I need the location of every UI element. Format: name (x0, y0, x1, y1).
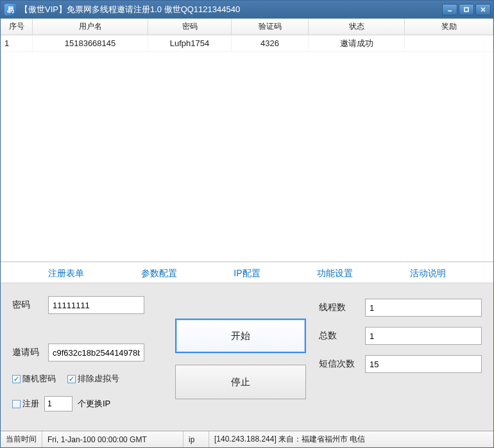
close-button[interactable] (475, 4, 491, 15)
tab-register-form[interactable]: 注册表单 (43, 265, 89, 282)
sms-label: 短信次数 (319, 358, 357, 370)
change-ip-suffix: 个更换IP (78, 398, 110, 410)
maximize-button[interactable] (459, 4, 474, 15)
minimize-button[interactable] (442, 4, 457, 15)
total-input[interactable] (365, 327, 482, 345)
col-pass[interactable]: 密码 (148, 19, 232, 35)
status-ip-label: ip (183, 431, 209, 447)
col-state[interactable]: 状态 (309, 19, 405, 35)
cell-reward (405, 35, 493, 51)
register-checkbox[interactable]: 注册 (12, 398, 39, 410)
start-button[interactable]: 开始 (175, 319, 306, 353)
threads-label: 线程数 (319, 302, 357, 313)
status-ip-value: [140.243.188.244] 来自：福建省福州市 电信 (209, 431, 493, 447)
col-seq[interactable]: 序号 (1, 19, 33, 35)
col-reward[interactable]: 奖励 (405, 19, 493, 35)
status-time-label: 当前时间 (1, 431, 42, 447)
settings-panel: 密码 邀请码 随机密码 排除虚拟号 (1, 283, 493, 431)
cell-user: 15183668145 (33, 35, 148, 51)
stop-button[interactable]: 停止 (175, 365, 306, 399)
checkbox-icon (12, 375, 21, 383)
threads-input[interactable] (365, 299, 482, 317)
svg-rect-1 (464, 8, 468, 12)
col-code[interactable]: 验证码 (232, 19, 309, 35)
app-window: 易 【傲世VIP】免票网多线程邀请注册1.0 傲世QQ1121344540 序号… (0, 0, 494, 448)
status-bar: 当前时间 Fri, 1-Jan-100 00:00:00 GMT ip [140… (1, 431, 493, 447)
checkbox-icon (67, 375, 76, 383)
mid-column: 开始 停止 (175, 296, 306, 422)
total-label: 总数 (319, 330, 357, 342)
random-password-checkbox[interactable]: 随机密码 (12, 373, 56, 385)
status-time-value: Fri, 1-Jan-100 00:00:00 GMT (42, 431, 183, 447)
cell-seq: 1 (1, 35, 33, 51)
exclude-virtual-checkbox[interactable]: 排除虚拟号 (67, 373, 119, 385)
data-grid: 序号 用户名 密码 验证码 状态 奖励 1 15183668145 Lufph1… (1, 19, 493, 262)
table-row[interactable]: 1 15183668145 Lufph1754 4326 邀请成功 (1, 35, 493, 52)
tab-activity-info[interactable]: 活动说明 (405, 265, 451, 282)
random-password-label: 随机密码 (22, 373, 56, 385)
invite-label: 邀请码 (12, 347, 40, 358)
exclude-virtual-label: 排除虚拟号 (78, 373, 119, 385)
window-title: 【傲世VIP】免票网多线程邀请注册1.0 傲世QQ1121344540 (20, 4, 442, 15)
grid-header: 序号 用户名 密码 验证码 状态 奖励 (1, 19, 493, 35)
invite-input[interactable] (48, 344, 144, 361)
password-label: 密码 (12, 299, 40, 311)
grid-body[interactable]: 1 15183668145 Lufph1754 4326 邀请成功 (1, 35, 493, 261)
app-icon: 易 (4, 4, 16, 15)
register-label: 注册 (22, 398, 39, 410)
right-column: 线程数 总数 短信次数 (319, 296, 482, 422)
cell-pass: Lufph1754 (148, 35, 232, 51)
change-ip-count-input[interactable] (44, 396, 72, 411)
tab-strip: 注册表单 参数配置 IP配置 功能设置 活动说明 (1, 262, 493, 283)
tab-param-config[interactable]: 参数配置 (136, 265, 182, 282)
tab-feature-settings[interactable]: 功能设置 (312, 265, 358, 282)
left-column: 密码 邀请码 随机密码 排除虚拟号 (12, 296, 162, 422)
title-bar[interactable]: 易 【傲世VIP】免票网多线程邀请注册1.0 傲世QQ1121344540 (1, 1, 493, 19)
cell-state: 邀请成功 (309, 35, 405, 51)
cell-code: 4326 (232, 35, 309, 51)
tab-ip-config[interactable]: IP配置 (228, 265, 265, 282)
sms-input[interactable] (365, 355, 482, 373)
password-input[interactable] (48, 296, 144, 314)
col-user[interactable]: 用户名 (33, 19, 148, 35)
checkbox-icon (12, 400, 21, 408)
content-area: 序号 用户名 密码 验证码 状态 奖励 1 15183668145 Lufph1… (1, 19, 493, 447)
